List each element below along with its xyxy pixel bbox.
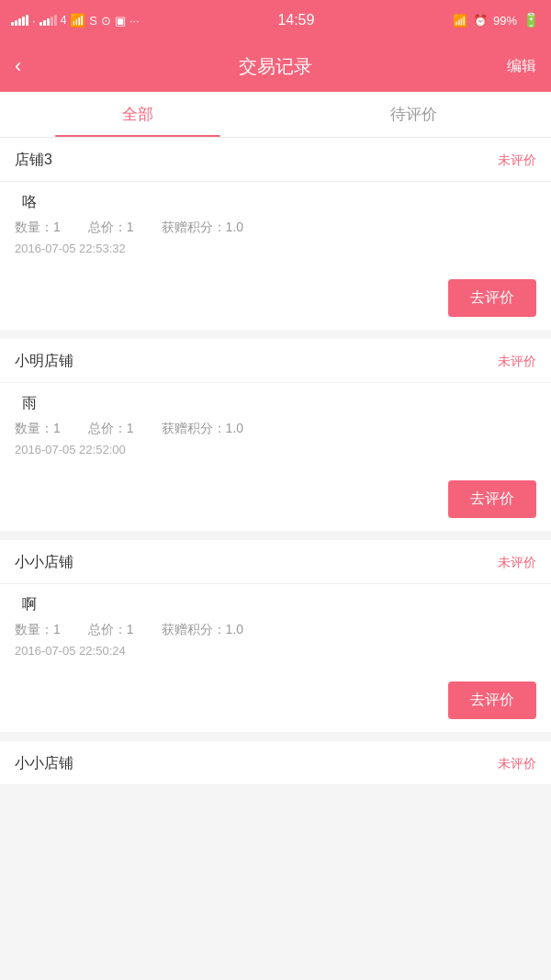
order-footer: 去评价	[0, 471, 551, 531]
shop-name: 店铺3	[15, 151, 52, 170]
product-name: 啊	[15, 595, 536, 614]
network-type: 4	[61, 14, 67, 27]
order-list: 店铺3 未评价 咯 数量：1 总价：1 获赠积分：1.0 2016-07-05 …	[0, 138, 551, 785]
signal-icon	[11, 15, 28, 26]
tab-pending[interactable]: 待评价	[276, 92, 551, 137]
app-header: ‹ 交易记录 编辑	[0, 40, 551, 92]
shop-name: 小小店铺	[15, 754, 73, 773]
product-name: 咯	[15, 193, 536, 212]
order-meta: 数量：1 总价：1 获赠积分：1.0	[15, 220, 536, 236]
points: 获赠积分：1.0	[162, 220, 243, 236]
page-title: 交易记录	[51, 54, 500, 79]
status-time: 14:59	[277, 12, 314, 28]
order-body: 啊 数量：1 总价：1 获赠积分：1.0 2016-07-05 22:50:24	[0, 584, 551, 672]
order-header: 小小店铺 未评价	[0, 540, 551, 584]
status-right: 📶 ⏰ 99% 🔋	[453, 12, 540, 28]
review-button[interactable]: 去评价	[448, 279, 536, 317]
shop-name: 小明店铺	[15, 352, 73, 371]
total-price: 总价：1	[88, 622, 134, 638]
signal-strength-icon: 📶	[453, 14, 467, 28]
order-status: 未评价	[498, 354, 536, 370]
total-price: 总价：1	[88, 421, 134, 437]
app-icon-4: ···	[129, 14, 140, 28]
order-meta: 数量：1 总价：1 获赠积分：1.0	[15, 421, 536, 437]
battery-icon: 🔋	[523, 12, 540, 28]
order-status: 未评价	[498, 152, 536, 169]
order-time: 2016-07-05 22:53:32	[15, 242, 536, 255]
order-item-partial: 小小店铺 未评价	[0, 741, 551, 785]
order-header: 小小店铺 未评价	[0, 741, 551, 785]
quantity-label: 数量：1	[15, 421, 61, 437]
order-item: 小明店铺 未评价 雨 数量：1 总价：1 获赠积分：1.0 2016-07-05…	[0, 339, 551, 531]
alarm-icon: ⏰	[473, 14, 488, 28]
quantity-label: 数量：1	[15, 220, 61, 236]
battery-percent: 99%	[493, 14, 517, 28]
order-time: 2016-07-05 22:50:24	[15, 644, 536, 658]
order-header: 小明店铺 未评价	[0, 339, 551, 383]
order-item: 小小店铺 未评价 啊 数量：1 总价：1 获赠积分：1.0 2016-07-05…	[0, 540, 551, 732]
back-button[interactable]: ‹	[15, 54, 51, 78]
shop-name: 小小店铺	[15, 553, 73, 572]
review-button[interactable]: 去评价	[448, 681, 536, 719]
signal-dot: ·	[32, 14, 36, 28]
order-time: 2016-07-05 22:52:00	[15, 443, 536, 456]
signal-icon-2	[39, 15, 57, 26]
product-name: 雨	[15, 394, 536, 413]
app-icon-2: ⊙	[101, 14, 111, 28]
order-status: 未评价	[498, 756, 536, 772]
points: 获赠积分：1.0	[162, 421, 243, 437]
points: 获赠积分：1.0	[162, 622, 243, 638]
app-icon-3: ▣	[115, 14, 126, 28]
quantity-label: 数量：1	[15, 622, 61, 638]
tab-bar: 全部 待评价	[0, 92, 551, 138]
order-item: 店铺3 未评价 咯 数量：1 总价：1 获赠积分：1.0 2016-07-05 …	[0, 138, 551, 330]
order-body: 咯 数量：1 总价：1 获赠积分：1.0 2016-07-05 22:53:32	[0, 182, 551, 270]
app-icon-1: S	[89, 14, 97, 28]
edit-button[interactable]: 编辑	[500, 57, 536, 76]
order-header: 店铺3 未评价	[0, 138, 551, 182]
tab-all[interactable]: 全部	[0, 92, 276, 137]
order-status: 未评价	[498, 555, 536, 571]
order-footer: 去评价	[0, 672, 551, 732]
order-body: 雨 数量：1 总价：1 获赠积分：1.0 2016-07-05 22:52:00	[0, 383, 551, 471]
review-button[interactable]: 去评价	[448, 480, 536, 518]
total-price: 总价：1	[88, 220, 134, 236]
wifi-icon: 📶	[70, 13, 85, 28]
status-left: · 4 📶 S ⊙ ▣ ···	[11, 13, 140, 28]
order-meta: 数量：1 总价：1 获赠积分：1.0	[15, 622, 536, 638]
status-bar: · 4 📶 S ⊙ ▣ ··· 14:59 📶 ⏰ 99% 🔋	[0, 0, 551, 40]
order-footer: 去评价	[0, 270, 551, 330]
